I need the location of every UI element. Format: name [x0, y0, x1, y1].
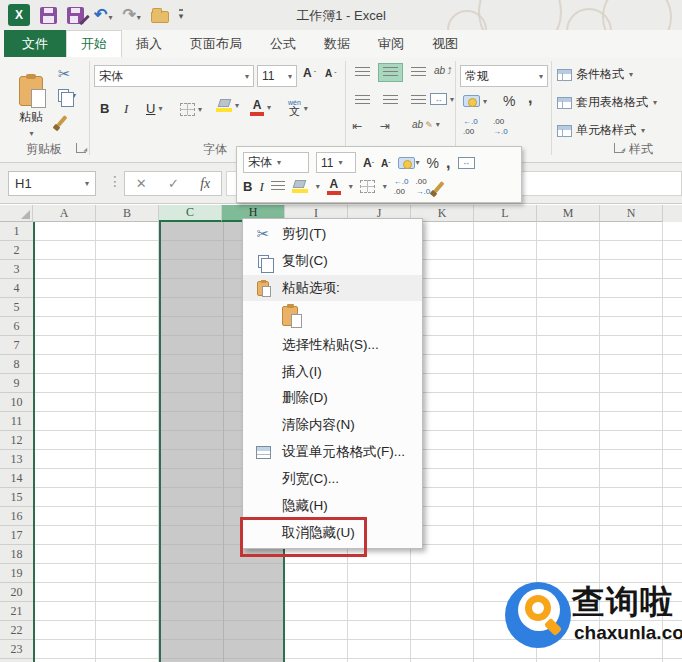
- column-header-L[interactable]: L: [474, 205, 537, 222]
- row-header-18[interactable]: 18: [0, 545, 33, 564]
- column-header-M[interactable]: M: [537, 205, 600, 222]
- menu-item-paste-options[interactable]: 粘贴选项:: [243, 275, 422, 302]
- grow-font-button[interactable]: Aˆ: [303, 67, 316, 79]
- clipboard-dialog-launcher-icon[interactable]: [76, 143, 86, 153]
- save-as-icon[interactable]: [67, 7, 84, 24]
- orientation-button[interactable]: ab⤴: [434, 65, 452, 76]
- cut-button[interactable]: ✂: [58, 65, 71, 83]
- underline-button[interactable]: U▾: [146, 101, 162, 116]
- row-header-17[interactable]: 17: [0, 526, 33, 545]
- mini-percent-button[interactable]: %: [427, 155, 439, 171]
- menu-item-hide[interactable]: 隐藏(H): [243, 492, 422, 519]
- tab-review[interactable]: 审阅: [364, 30, 418, 57]
- tab-formulas[interactable]: 公式: [256, 30, 310, 57]
- mini-font-color-button[interactable]: A: [327, 178, 341, 195]
- row-header-22[interactable]: 22: [0, 621, 33, 640]
- font-color-button[interactable]: A▾: [250, 99, 271, 116]
- menu-item-insert[interactable]: 插入(I): [243, 358, 422, 385]
- font-size-combo[interactable]: 11▾: [257, 65, 297, 87]
- mini-align-center-icon[interactable]: [271, 181, 285, 192]
- align-middle-button[interactable]: [378, 63, 403, 82]
- merge-center-button[interactable]: ↔▾: [430, 93, 454, 105]
- format-as-table-button[interactable]: 套用表格格式▾: [557, 94, 657, 111]
- row-header-2[interactable]: 2: [0, 241, 33, 260]
- align-right-button[interactable]: [406, 91, 431, 110]
- mini-grow-font-button[interactable]: Aˆ: [363, 155, 374, 170]
- tab-page-layout[interactable]: 页面布局: [176, 30, 256, 57]
- comma-style-button[interactable]: ,: [528, 89, 532, 107]
- row-header-5[interactable]: 5: [0, 298, 33, 317]
- mini-format-painter-icon[interactable]: [434, 181, 445, 193]
- insert-function-icon[interactable]: fx: [200, 176, 210, 192]
- bold-button[interactable]: B: [100, 101, 109, 116]
- shrink-font-button[interactable]: Aˇ: [325, 69, 337, 79]
- decrease-decimal-button[interactable]: .00→.0: [493, 117, 508, 136]
- align-center-button[interactable]: [378, 91, 403, 110]
- row-header-7[interactable]: 7: [0, 336, 33, 355]
- menu-item-paste-button[interactable]: [243, 301, 422, 331]
- conditional-formatting-button[interactable]: 条件格式▾: [557, 66, 633, 83]
- mini-shrink-font-button[interactable]: Aˇ: [381, 155, 391, 170]
- undo-button[interactable]: ↶▾: [94, 7, 112, 23]
- column-header-A[interactable]: A: [33, 205, 96, 222]
- row-header-21[interactable]: 21: [0, 602, 33, 621]
- select-all-corner[interactable]: [0, 205, 33, 222]
- mini-merge-icon[interactable]: ↔: [458, 157, 475, 169]
- phonetic-guide-button[interactable]: wén文▾: [288, 99, 308, 117]
- row-header-12[interactable]: 12: [0, 431, 33, 450]
- column-header-B[interactable]: B: [96, 205, 159, 222]
- row-header-10[interactable]: 10: [0, 393, 33, 412]
- align-top-button[interactable]: [350, 63, 375, 82]
- borders-button[interactable]: ▾: [180, 103, 202, 116]
- fill-color-button[interactable]: ▾: [216, 99, 239, 112]
- format-painter-button[interactable]: [60, 115, 64, 127]
- italic-button[interactable]: I: [124, 101, 128, 117]
- row-header-3[interactable]: 3: [0, 260, 33, 279]
- save-icon[interactable]: [40, 7, 57, 24]
- increase-indent-button[interactable]: ⇥: [380, 119, 390, 133]
- menu-item-cut[interactable]: ✂剪切(T): [243, 221, 422, 248]
- align-left-button[interactable]: [350, 91, 375, 110]
- tab-file[interactable]: 文件: [4, 30, 66, 57]
- row-header-11[interactable]: 11: [0, 412, 33, 431]
- mini-font-name-combo[interactable]: 宋体▾: [243, 152, 309, 173]
- tab-data[interactable]: 数据: [310, 30, 364, 57]
- mini-fill-color-button[interactable]: [292, 180, 308, 193]
- font-name-combo[interactable]: 宋体▾: [94, 65, 254, 87]
- increase-decimal-button[interactable]: ←.0.00: [463, 117, 478, 136]
- row-header-14[interactable]: 14: [0, 469, 33, 488]
- decrease-indent-button[interactable]: ⇤: [352, 119, 362, 133]
- paste-button[interactable]: 粘贴 ▾: [8, 63, 54, 151]
- row-header-19[interactable]: 19: [0, 564, 33, 583]
- column-header-C[interactable]: C: [159, 205, 222, 222]
- mini-accounting-button[interactable]: ▾: [398, 157, 420, 169]
- row-header-13[interactable]: 13: [0, 450, 33, 469]
- percent-style-button[interactable]: %: [503, 93, 515, 109]
- row-header-15[interactable]: 15: [0, 488, 33, 507]
- name-box[interactable]: H1▾: [8, 171, 96, 196]
- align-bottom-button[interactable]: [406, 63, 431, 82]
- mini-bold-button[interactable]: B: [243, 179, 252, 194]
- redo-button[interactable]: ↷▾: [122, 7, 140, 23]
- menu-item-clear-contents[interactable]: 清除内容(N): [243, 412, 422, 439]
- mini-borders-icon[interactable]: [360, 180, 375, 193]
- confirm-icon[interactable]: ✓: [168, 176, 179, 191]
- row-header-23[interactable]: 23: [0, 640, 33, 659]
- tab-view[interactable]: 视图: [418, 30, 472, 57]
- row-header-16[interactable]: 16: [0, 507, 33, 526]
- mini-italic-button[interactable]: I: [259, 179, 263, 195]
- menu-item-paste-special[interactable]: 选择性粘贴(S)...: [243, 331, 422, 358]
- row-header-1[interactable]: 1: [0, 222, 33, 241]
- menu-item-format-cells[interactable]: 设置单元格格式(F)...: [243, 439, 422, 466]
- tab-home[interactable]: 开始: [66, 30, 122, 57]
- menu-item-column-width[interactable]: 列宽(C)...: [243, 465, 422, 492]
- tab-insert[interactable]: 插入: [122, 30, 176, 57]
- mini-increase-decimal-button[interactable]: ←.0.00: [394, 177, 409, 196]
- customize-qat-icon[interactable]: ▾: [179, 9, 184, 21]
- accounting-format-button[interactable]: ▾: [463, 95, 487, 107]
- excel-logo-icon[interactable]: X: [8, 4, 30, 26]
- mini-comma-button[interactable]: ,: [446, 154, 450, 172]
- row-header-6[interactable]: 6: [0, 317, 33, 336]
- row-header-9[interactable]: 9: [0, 374, 33, 393]
- row-header-4[interactable]: 4: [0, 279, 33, 298]
